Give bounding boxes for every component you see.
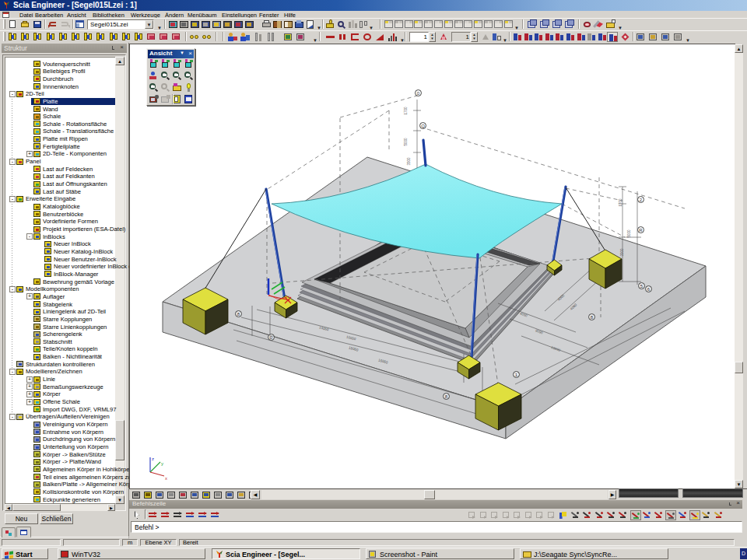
svg-text:z: z bbox=[152, 457, 154, 461]
svg-text:x: x bbox=[165, 476, 167, 481]
svg-text:y: y bbox=[161, 461, 163, 466]
